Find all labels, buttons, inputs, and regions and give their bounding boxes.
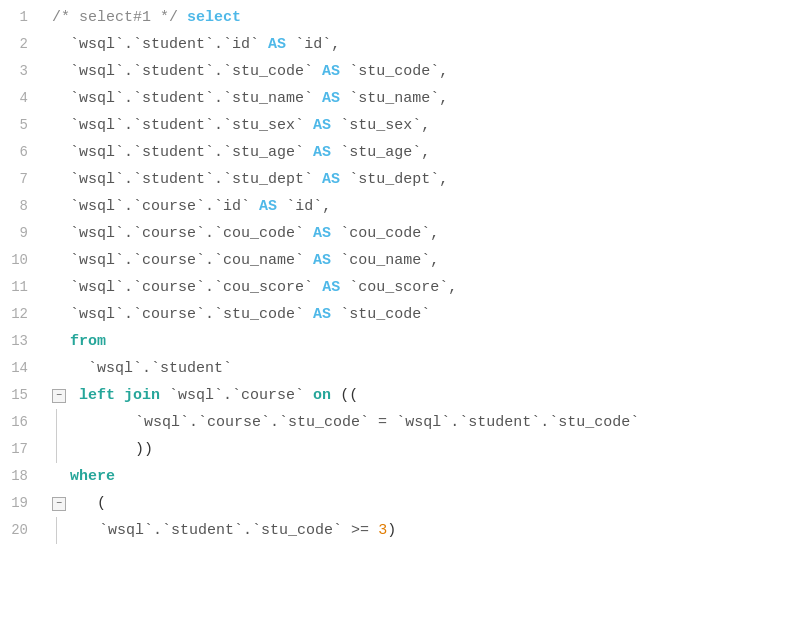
token-space: [304, 301, 313, 328]
token-backtick-id: `student`: [133, 31, 214, 58]
token-operator: ,: [439, 85, 448, 112]
token-operator: .: [205, 274, 214, 301]
code-line: `wsql`.`course`.`cou_code` AS `cou_code`…: [52, 220, 808, 247]
token-operator: ,: [322, 193, 331, 220]
token-backtick-id: `stu_sex`: [340, 112, 421, 139]
token-kw-blue: AS: [313, 112, 331, 139]
token-operator: ,: [430, 220, 439, 247]
token-space: [52, 139, 70, 166]
token-space: [331, 247, 340, 274]
token-kw-blue: AS: [322, 58, 340, 85]
token-kw-blue: AS: [322, 166, 340, 193]
token-backtick-id: `course`: [133, 301, 205, 328]
token-space: [331, 220, 340, 247]
token-backtick-id: `student`: [133, 85, 214, 112]
token-space: [304, 247, 313, 274]
token-operator: .: [214, 85, 223, 112]
line-number: 2: [8, 31, 34, 58]
token-number: 3: [378, 517, 387, 544]
code-line: − (: [52, 490, 808, 517]
token-space: [52, 463, 70, 490]
code-line: `wsql`.`student`: [52, 355, 808, 382]
token-space: [369, 409, 378, 436]
token-backtick-id: `id`: [286, 193, 322, 220]
token-operator: .: [540, 409, 549, 436]
token-paren: ((: [340, 382, 358, 409]
code-line: `wsql`.`student`.`stu_code` AS `stu_code…: [52, 58, 808, 85]
fold-button[interactable]: −: [52, 497, 66, 511]
token-space: [52, 247, 70, 274]
token-operator: .: [223, 382, 232, 409]
token-space: [331, 139, 340, 166]
token-space: [342, 517, 351, 544]
indent-guide: [56, 436, 57, 463]
token-space: [313, 166, 322, 193]
token-backtick-id: `course`: [133, 193, 205, 220]
token-operator: .: [124, 193, 133, 220]
token-space: [331, 301, 340, 328]
token-space: [63, 409, 135, 436]
indent-guide: [56, 517, 57, 544]
line-number: 12: [8, 301, 34, 328]
token-kw-teal: on: [313, 382, 331, 409]
token-space: [52, 112, 70, 139]
code-line: `wsql`.`course`.`stu_code` AS `stu_code`: [52, 301, 808, 328]
line-numbers: 1234567891011121314151617181920: [0, 4, 42, 637]
line-number: 11: [8, 274, 34, 301]
token-backtick-id: `wsql`: [70, 58, 124, 85]
line-number: 14: [8, 355, 34, 382]
line-number: 15: [8, 382, 34, 409]
token-backtick-id: `stu_code`: [214, 301, 304, 328]
token-kw-blue: AS: [268, 31, 286, 58]
token-backtick-id: `cou_score`: [214, 274, 313, 301]
token-backtick-id: `student`: [133, 139, 214, 166]
token-operator: .: [214, 58, 223, 85]
token-backtick-id: `course`: [133, 247, 205, 274]
token-space: [313, 58, 322, 85]
token-kw-blue: select: [187, 4, 241, 31]
token-paren: )): [135, 436, 153, 463]
token-operator: ,: [331, 31, 340, 58]
token-backtick-id: `wsql`: [88, 355, 142, 382]
token-backtick-id: `stu_code`: [252, 517, 342, 544]
token-backtick-id: `id`: [295, 31, 331, 58]
token-backtick-id: `course`: [133, 274, 205, 301]
token-space: [52, 355, 88, 382]
token-backtick-id: `wsql`: [99, 517, 153, 544]
token-backtick-id: `student`: [151, 355, 232, 382]
code-line: `wsql`.`student`.`stu_code` >= 3): [52, 517, 808, 544]
token-space: [286, 31, 295, 58]
token-operator: .: [270, 409, 279, 436]
indent-guide: [56, 409, 57, 436]
token-backtick-id: `wsql`: [396, 409, 450, 436]
token-backtick-id: `stu_code`: [340, 301, 430, 328]
token-operator: .: [214, 139, 223, 166]
token-backtick-id: `id`: [214, 193, 250, 220]
token-space: [304, 220, 313, 247]
code-line: `wsql`.`student`.`id` AS `id`,: [52, 31, 808, 58]
token-space: [52, 220, 70, 247]
token-kw-blue: AS: [313, 220, 331, 247]
token-kw-blue: AS: [322, 85, 340, 112]
token-space: [63, 436, 135, 463]
code-container: 1234567891011121314151617181920 /* selec…: [0, 0, 808, 641]
line-number: 8: [8, 193, 34, 220]
token-space: [304, 112, 313, 139]
token-operator: .: [124, 139, 133, 166]
token-operator: ,: [439, 166, 448, 193]
token-operator: ,: [448, 274, 457, 301]
token-backtick-id: `wsql`: [70, 112, 124, 139]
code-line: `wsql`.`student`.`stu_name` AS `stu_name…: [52, 85, 808, 112]
token-operator: .: [214, 31, 223, 58]
code-line: )): [52, 436, 808, 463]
fold-button[interactable]: −: [52, 389, 66, 403]
token-paren: ): [387, 517, 396, 544]
token-operator: ,: [430, 247, 439, 274]
token-backtick-id: `student`: [133, 58, 214, 85]
token-backtick-id: `cou_name`: [214, 247, 304, 274]
token-backtick-id: `wsql`: [70, 193, 124, 220]
token-space: [331, 112, 340, 139]
token-backtick-id: `wsql`: [70, 220, 124, 247]
token-operator: ,: [439, 58, 448, 85]
token-space: [259, 31, 268, 58]
